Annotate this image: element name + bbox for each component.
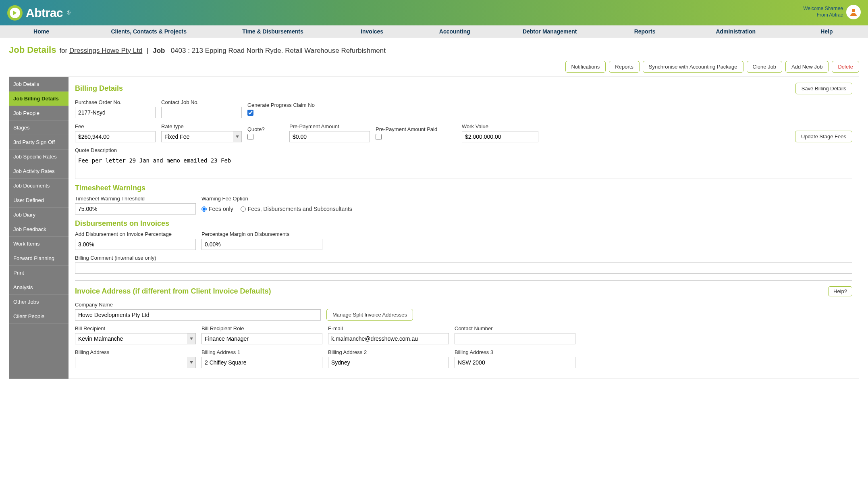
contact-num-label: Contact Number (455, 325, 575, 331)
rate-type-dropdown-icon[interactable] (233, 131, 242, 142)
sidebar-item-analysis[interactable]: Analysis (9, 280, 69, 295)
divider (75, 280, 852, 281)
addr3-label: Billing Address 3 (455, 349, 575, 355)
sidebar-item-forward-planning[interactable]: Forward Planning (9, 251, 69, 266)
addr1-input[interactable] (201, 357, 322, 368)
addr-select[interactable] (75, 357, 187, 368)
sidebar-item-job-billing-details[interactable]: Job Billing Details (9, 92, 69, 106)
nav-reports[interactable]: Reports (604, 25, 686, 37)
addr-label: Billing Address (75, 349, 196, 355)
radio-fees-only[interactable]: Fees only (201, 206, 233, 212)
margin-pct-input[interactable] (201, 239, 322, 250)
sidebar-item-job-people[interactable]: Job People (9, 106, 69, 121)
nav-help[interactable]: Help (785, 25, 868, 37)
recipient-label: Bill Recipient (75, 325, 196, 331)
welcome-text: Welcome Sharnee From Abtrac (804, 6, 843, 18)
manage-split-invoice-button[interactable]: Manage Split Invoice Addresses (326, 309, 413, 321)
sidebar-item-job-specific-rates[interactable]: Job Specific Rates (9, 150, 69, 164)
sidebar-item-client-people[interactable]: Client People (9, 309, 69, 324)
work-value-label: Work Value (462, 123, 538, 129)
add-disb-pct-input[interactable] (75, 239, 196, 250)
gen-progress-checkbox[interactable] (247, 110, 253, 116)
addr3-input[interactable] (455, 357, 575, 368)
recipient-select[interactable] (75, 333, 187, 344)
action-row: Notifications Reports Synchronise with A… (0, 58, 868, 77)
rate-type-select[interactable] (161, 131, 233, 142)
rate-type-label: Rate type (161, 123, 242, 129)
addr-dropdown-icon[interactable] (187, 357, 196, 368)
user-avatar[interactable] (846, 5, 861, 19)
sidebar-item-job-diary[interactable]: Job Diary (9, 208, 69, 222)
user-icon (849, 7, 858, 17)
recipient-dropdown-icon[interactable] (187, 333, 196, 344)
sidebar-item-job-activity-rates[interactable]: Job Activity Rates (9, 164, 69, 179)
quote-label: Quote? (247, 126, 284, 132)
email-input[interactable] (328, 333, 449, 344)
job-label: Job (153, 47, 165, 54)
sidebar-item-job-documents[interactable]: Job Documents (9, 179, 69, 193)
radio-fees-disb[interactable]: Fees, Disbursements and Subconsultants (241, 206, 352, 212)
sidebar-item-job-details[interactable]: Job Details (9, 77, 69, 92)
page-subtitle: for Dressings Howe Pty Ltd | Job 0403 : … (59, 47, 386, 55)
contact-num-input[interactable] (455, 333, 575, 344)
prepay-input[interactable] (289, 131, 370, 142)
sidebar-item-job-feedback[interactable]: Job Feedback (9, 222, 69, 237)
sidebar-item-3rd-party-sign-off[interactable]: 3rd Party Sign Off (9, 135, 69, 150)
billing-section-title: Billing Details (75, 84, 123, 93)
disbursements-section-title: Disbursements on Invoices (75, 219, 852, 228)
fee-label: Fee (75, 123, 156, 129)
save-billing-details-button[interactable]: Save Billing Details (795, 83, 852, 94)
po-label: Purchase Order No. (75, 99, 156, 105)
nav-accounting[interactable]: Accounting (413, 25, 496, 37)
company-input[interactable] (75, 309, 321, 321)
help-button[interactable]: Help? (828, 286, 852, 296)
sync-accounting-button[interactable]: Synchronise with Accounting Package (643, 61, 743, 73)
nav-debtor[interactable]: Debtor Management (496, 25, 604, 37)
sidebar-item-user-defined[interactable]: User Defined (9, 193, 69, 208)
quote-desc-textarea[interactable] (75, 155, 852, 179)
quote-checkbox[interactable] (247, 134, 253, 140)
po-input[interactable] (75, 107, 156, 118)
add-new-job-button[interactable]: Add New Job (785, 61, 829, 73)
welcome-block: Welcome Sharnee From Abtrac (804, 5, 861, 19)
contact-job-label: Contact Job No. (161, 99, 242, 105)
nav-time[interactable]: Time & Disbursements (215, 25, 330, 37)
addr2-input[interactable] (328, 357, 449, 368)
welcome-line-2: From Abtrac (804, 12, 843, 19)
sidebar-item-other-jobs[interactable]: Other Jobs (9, 295, 69, 309)
nav-invoices[interactable]: Invoices (331, 25, 413, 37)
client-link[interactable]: Dressings Howe Pty Ltd (69, 47, 142, 54)
nav-clients[interactable]: Clients, Contacts & Projects (83, 25, 215, 37)
sidebar-item-work-items[interactable]: Work Items (9, 237, 69, 251)
page-title: Job Details (9, 45, 56, 55)
threshold-input[interactable] (75, 203, 196, 215)
welcome-line-1: Welcome Sharnee (804, 6, 843, 12)
sidebar-item-stages[interactable]: Stages (9, 121, 69, 135)
update-stage-fees-button[interactable]: Update Stage Fees (795, 131, 852, 142)
page-header: Job Details for Dressings Howe Pty Ltd |… (0, 38, 868, 58)
content-panel: Billing Details Save Billing Details Pur… (69, 77, 859, 379)
clone-job-button[interactable]: Clone Job (747, 61, 783, 73)
job-reference: 0403 : 213 Epping Road North Ryde. Retai… (171, 47, 386, 54)
app-header: Abtrac® Welcome Sharnee From Abtrac (0, 0, 868, 25)
quote-desc-label: Quote Description (75, 147, 852, 153)
prepay-paid-checkbox[interactable] (376, 134, 382, 140)
contact-job-input[interactable] (161, 107, 242, 118)
sidebar-item-print[interactable]: Print (9, 266, 69, 280)
brand-logo[interactable]: Abtrac® (7, 5, 71, 21)
add-disb-pct-label: Add Disbursement on Invoice Percentage (75, 231, 196, 237)
addr1-label: Billing Address 1 (201, 349, 322, 355)
reports-button[interactable]: Reports (609, 61, 640, 73)
logo-icon (7, 5, 23, 21)
company-label: Company Name (75, 302, 321, 308)
notifications-button[interactable]: Notifications (565, 61, 606, 73)
fee-input[interactable] (75, 131, 156, 142)
nav-admin[interactable]: Administration (686, 25, 785, 37)
billing-comment-input[interactable] (75, 262, 852, 274)
recipient-role-input[interactable] (201, 333, 322, 344)
work-value-input[interactable] (462, 131, 538, 142)
warning-option-label: Warning Fee Option (201, 196, 403, 202)
threshold-label: Timesheet Warning Threshold (75, 196, 196, 202)
nav-home[interactable]: Home (0, 25, 83, 37)
delete-button[interactable]: Delete (832, 61, 859, 73)
